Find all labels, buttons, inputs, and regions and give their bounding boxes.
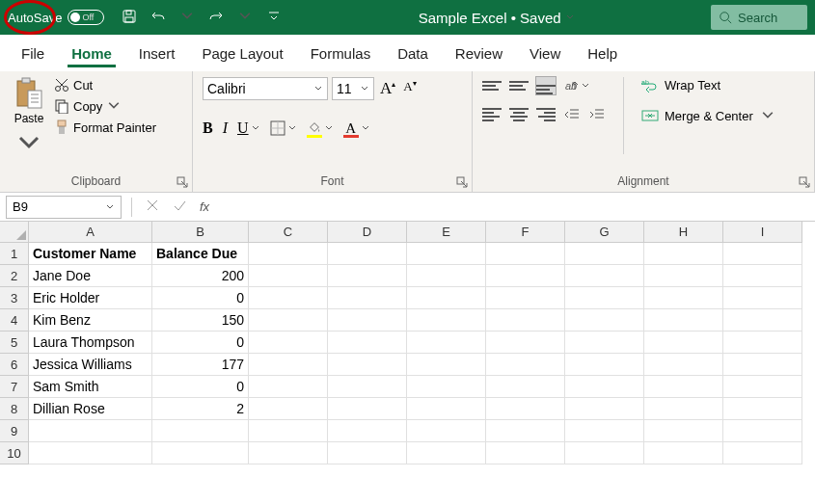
col-header-H[interactable]: H <box>644 222 723 243</box>
tab-review[interactable]: Review <box>442 35 516 71</box>
tab-page-layout[interactable]: Page Layout <box>188 35 296 71</box>
row-header-7[interactable]: 7 <box>0 376 29 398</box>
cell-B10[interactable] <box>152 442 249 464</box>
cell-G6[interactable] <box>565 354 644 376</box>
cell-C1[interactable] <box>249 243 328 265</box>
document-title[interactable]: Sample Excel • Saved <box>291 10 701 26</box>
cell-D6[interactable] <box>328 354 407 376</box>
cell-B8[interactable]: 2 <box>152 398 249 420</box>
font-size-select[interactable]: 11 <box>332 77 374 100</box>
fx-label[interactable]: fx <box>200 199 209 214</box>
dialog-launcher-icon[interactable] <box>177 176 188 188</box>
cell-C6[interactable] <box>249 354 328 376</box>
cell-I8[interactable] <box>723 398 802 420</box>
cell-E7[interactable] <box>407 376 486 398</box>
cell-I7[interactable] <box>723 376 802 398</box>
cell-I4[interactable] <box>723 309 802 332</box>
font-name-select[interactable]: Calibri <box>203 77 328 100</box>
undo-dropdown-icon[interactable] <box>179 9 195 27</box>
cell-F7[interactable] <box>486 376 565 398</box>
borders-button[interactable] <box>270 120 297 136</box>
cell-E2[interactable] <box>407 265 486 287</box>
cell-E8[interactable] <box>407 398 486 420</box>
col-header-D[interactable]: D <box>328 222 407 243</box>
cell-E5[interactable] <box>407 332 486 354</box>
cell-C7[interactable] <box>249 376 328 398</box>
cell-B5[interactable]: 0 <box>152 332 249 354</box>
format-painter-button[interactable]: Format Painter <box>54 119 156 135</box>
decrease-indent-button[interactable] <box>563 107 581 122</box>
cell-I2[interactable] <box>723 265 802 287</box>
col-header-B[interactable]: B <box>152 222 249 243</box>
cell-D7[interactable] <box>328 376 407 398</box>
cell-D10[interactable] <box>328 442 407 464</box>
tab-formulas[interactable]: Formulas <box>297 35 385 71</box>
cell-F3[interactable] <box>486 287 565 309</box>
align-right-button[interactable] <box>536 106 556 123</box>
cell-G5[interactable] <box>565 332 644 354</box>
cell-H10[interactable] <box>644 442 723 464</box>
cell-G4[interactable] <box>565 309 644 332</box>
undo-icon[interactable] <box>150 9 166 27</box>
cell-C5[interactable] <box>249 332 328 354</box>
cell-C10[interactable] <box>249 442 328 464</box>
cell-C9[interactable] <box>249 420 328 442</box>
cell-E4[interactable] <box>407 309 486 332</box>
redo-icon[interactable] <box>208 9 224 27</box>
cell-D4[interactable] <box>328 309 407 332</box>
cell-A8[interactable]: Dillian Rose <box>29 398 152 420</box>
cell-H6[interactable] <box>644 354 723 376</box>
row-header-9[interactable]: 9 <box>0 420 29 442</box>
tab-insert[interactable]: Insert <box>125 35 189 71</box>
cell-B6[interactable]: 177 <box>152 354 249 376</box>
col-header-G[interactable]: G <box>565 222 644 243</box>
row-header-3[interactable]: 3 <box>0 287 29 309</box>
cell-C2[interactable] <box>249 265 328 287</box>
cell-A4[interactable]: Kim Benz <box>29 309 152 332</box>
cell-B2[interactable]: 200 <box>152 265 249 287</box>
tab-file[interactable]: File <box>8 35 58 71</box>
cell-H7[interactable] <box>644 376 723 398</box>
align-middle-button[interactable] <box>509 77 529 94</box>
cell-B9[interactable] <box>152 420 249 442</box>
cell-A9[interactable] <box>29 420 152 442</box>
cut-button[interactable]: Cut <box>54 77 156 93</box>
cell-C4[interactable] <box>249 309 328 332</box>
cell-D3[interactable] <box>328 287 407 309</box>
cell-H8[interactable] <box>644 398 723 420</box>
cell-D5[interactable] <box>328 332 407 354</box>
cell-A5[interactable]: Laura Thompson <box>29 332 152 354</box>
paste-button[interactable]: Paste <box>10 77 48 160</box>
cell-E6[interactable] <box>407 354 486 376</box>
shrink-font-button[interactable]: A▾ <box>403 79 416 98</box>
col-header-A[interactable]: A <box>29 222 152 243</box>
col-header-I[interactable]: I <box>723 222 802 243</box>
cell-B4[interactable]: 150 <box>152 309 249 332</box>
cell-H1[interactable] <box>644 243 723 265</box>
cell-F6[interactable] <box>486 354 565 376</box>
cell-I9[interactable] <box>723 420 802 442</box>
col-header-E[interactable]: E <box>407 222 486 243</box>
cell-H9[interactable] <box>644 420 723 442</box>
fill-color-button[interactable] <box>307 120 334 137</box>
tab-data[interactable]: Data <box>384 35 442 71</box>
grow-font-button[interactable]: A▴ <box>380 79 395 98</box>
cell-D9[interactable] <box>328 420 407 442</box>
align-bottom-button[interactable] <box>536 77 556 94</box>
copy-button[interactable]: Copy <box>54 98 156 114</box>
increase-indent-button[interactable] <box>588 107 606 122</box>
cell-I5[interactable] <box>723 332 802 354</box>
col-header-C[interactable]: C <box>249 222 328 243</box>
col-header-F[interactable]: F <box>486 222 565 243</box>
underline-button[interactable]: U <box>237 119 260 137</box>
cell-F8[interactable] <box>486 398 565 420</box>
cell-I10[interactable] <box>723 442 802 464</box>
cell-E1[interactable] <box>407 243 486 265</box>
cell-A2[interactable]: Jane Doe <box>29 265 152 287</box>
cell-E10[interactable] <box>407 442 486 464</box>
cell-B1[interactable]: Balance Due <box>152 243 249 265</box>
row-header-1[interactable]: 1 <box>0 243 29 265</box>
cell-A7[interactable]: Sam Smith <box>29 376 152 398</box>
font-color-button[interactable]: A <box>343 120 370 137</box>
cell-G9[interactable] <box>565 420 644 442</box>
